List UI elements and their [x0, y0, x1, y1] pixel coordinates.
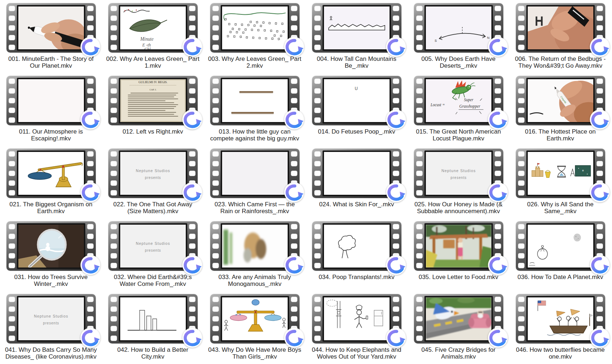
sprocket-hole — [111, 35, 117, 40]
player-overlay-icon — [487, 109, 508, 130]
video-item[interactable]: 003. Why Are Leaves Green_ Part 2.mkv — [204, 0, 306, 73]
video-thumbnail[interactable]: Neptune Studios presents — [414, 149, 503, 198]
video-thumbnail[interactable]: U — [312, 76, 401, 125]
video-thumbnail[interactable] — [312, 149, 401, 198]
player-overlay-icon — [182, 327, 203, 348]
video-item[interactable]: 044. How to Keep Elephants and Wolves Ou… — [306, 291, 408, 364]
sprocket-hole — [495, 98, 501, 103]
video-item[interactable]: Crayola 016. The Hottest Place on Earth.… — [509, 73, 611, 146]
sprocket-hole — [495, 6, 501, 11]
video-thumbnail[interactable] — [516, 294, 605, 343]
video-thumbnail[interactable] — [6, 3, 96, 53]
player-overlay-icon — [284, 36, 305, 57]
film-sprocket-strip — [518, 297, 525, 341]
sprocket-hole — [212, 171, 219, 176]
film-sprocket-strip — [9, 78, 15, 123]
thumbnail-art-magnifier-winter — [18, 225, 84, 268]
video-thumbnail[interactable] — [6, 221, 96, 271]
video-thumbnail[interactable] — [516, 3, 605, 53]
video-thumbnail[interactable] — [210, 221, 300, 271]
video-item[interactable]: 033. Are any Animals Truly Monogamous_.m… — [204, 219, 306, 291]
video-item[interactable]: 011. Our Atmosphere is Escaping!.mkv — [0, 73, 102, 146]
video-thumbnail[interactable]: Neptune Studios presents — [6, 294, 96, 343]
thumbnail-art-playground-photo — [426, 225, 491, 268]
player-overlay-icon — [80, 36, 101, 57]
video-thumbnail[interactable] — [210, 294, 300, 343]
sprocket-hole — [416, 263, 423, 268]
video-item[interactable]: 046. How two butterflies became one.mkv — [509, 291, 611, 364]
video-item[interactable]: Neptune Studios presents 022. The One Th… — [102, 146, 204, 219]
player-overlay-arrow-icon — [284, 327, 305, 348]
video-thumbnail[interactable] — [210, 149, 300, 198]
video-thumbnail[interactable] — [6, 76, 96, 125]
video-item[interactable]: Neptune Studios presents 041. Why Do Bat… — [0, 291, 102, 364]
video-item[interactable]: 013. How the little guy can compete agai… — [204, 73, 306, 146]
video-thumbnail[interactable]: Crayola — [516, 76, 605, 125]
video-item[interactable]: 001. MinuteEarth - The Story of Our Plan… — [0, 0, 102, 73]
thumbnail-art-hand-crayola: Crayola — [528, 79, 593, 122]
sprocket-hole — [597, 151, 603, 157]
video-thumbnail[interactable] — [414, 221, 503, 271]
sprocket-hole — [314, 234, 321, 239]
sprocket-hole — [495, 171, 501, 176]
video-item[interactable]: 045. Five Crazy Bridges for Animals.mkv — [408, 291, 509, 364]
sprocket-hole — [518, 108, 525, 113]
svg-text:Chl: Chl — [144, 47, 150, 49]
video-item[interactable]: 043. Why Do We Have More Boys Than Girls… — [204, 291, 306, 364]
video-thumbnail[interactable] — [414, 294, 503, 343]
video-item[interactable]: Minute E -th Chl 002. Why Are Leaves Gre… — [102, 0, 204, 73]
video-item[interactable]: 034. Poop Transplants!.mkv — [306, 219, 408, 291]
thumbnail-art-bridge-couch — [426, 297, 491, 340]
sprocket-hole — [393, 243, 399, 249]
sprocket-hole — [9, 326, 15, 331]
file-name: 016. The Hottest Place on Earth.mkv — [514, 128, 607, 142]
video-thumbnail[interactable]: Locust = Super Grasshopper — [414, 76, 503, 125]
sprocket-hole — [518, 78, 525, 84]
thumbnail-art-balance-blue — [18, 152, 84, 195]
sprocket-hole — [495, 316, 501, 322]
video-item[interactable]: 004. How Tall Can Mountains Be_.mkv — [306, 0, 408, 73]
video-thumbnail[interactable]: Neptune Studios presents — [108, 221, 198, 271]
sprocket-hole — [9, 336, 15, 341]
video-item[interactable]: 036. How To Date A Planet.mkv — [509, 219, 611, 291]
video-item[interactable]: Locust = Super Grasshopper 015. The Grea… — [408, 73, 509, 146]
video-thumbnail[interactable] — [516, 221, 605, 271]
sprocket-hole — [314, 78, 321, 84]
video-thumbnail[interactable]: Minute E -th Chl — [108, 3, 198, 53]
video-item[interactable]: 031. How do Trees Survive Winter_.mkv — [0, 219, 102, 291]
video-thumbnail[interactable]: S N — [414, 3, 503, 53]
video-thumbnail[interactable] — [210, 3, 300, 53]
sprocket-hole — [495, 88, 501, 94]
video-thumbnail[interactable]: * — [516, 149, 605, 198]
video-item[interactable]: 035. Love Letter to Food.mkv — [408, 219, 509, 291]
file-name: 026. Why is All Sand the Same_.mkv — [514, 201, 607, 215]
video-thumbnail[interactable]: Neptune Studios presents — [108, 149, 198, 198]
sprocket-hole — [393, 98, 399, 103]
player-overlay-icon — [386, 182, 406, 203]
video-item[interactable]: 024. What is Skin For_.mkv — [306, 146, 408, 219]
video-item[interactable]: GULIELMI IV. REGIS. CAP. I. 012. Left vs… — [102, 73, 204, 146]
video-item[interactable]: 042. How to Build a Better City.mkv — [102, 291, 204, 364]
video-item[interactable]: * 026. Why is All Sand the Same_.mkv — [509, 146, 611, 219]
video-thumbnail[interactable] — [312, 3, 401, 53]
video-item[interactable]: 006. The Return of the Bedbugs - They Wo… — [509, 0, 611, 73]
video-preview — [17, 5, 85, 51]
video-item[interactable]: 021. The Biggest Organism on Earth.mkv — [0, 146, 102, 219]
sprocket-hole — [212, 161, 219, 166]
video-item[interactable]: S N 005. Why Does Earth Have Deserts_.mk… — [408, 0, 509, 73]
player-overlay-arrow-icon — [182, 109, 203, 130]
video-thumbnail[interactable] — [312, 294, 401, 343]
sprocket-hole — [111, 88, 117, 94]
video-thumbnail[interactable]: GULIELMI IV. REGIS. CAP. I. — [108, 76, 198, 125]
video-thumbnail[interactable] — [210, 76, 300, 125]
video-item[interactable]: Neptune Studios presents 025. How Our Ho… — [408, 146, 509, 219]
video-item[interactable]: U 014. Do Fetuses Poop_.mkv — [306, 73, 408, 146]
video-item[interactable]: 023. Which Came First — the Rain or Rain… — [204, 146, 306, 219]
film-sprocket-strip — [518, 6, 525, 50]
video-thumbnail[interactable] — [6, 149, 96, 198]
sprocket-hole — [314, 243, 321, 249]
svg-text:presents: presents — [145, 248, 161, 252]
video-item[interactable]: Neptune Studios presents 032. Where Did … — [102, 219, 204, 291]
video-thumbnail[interactable] — [312, 221, 401, 271]
video-thumbnail[interactable] — [108, 294, 198, 343]
